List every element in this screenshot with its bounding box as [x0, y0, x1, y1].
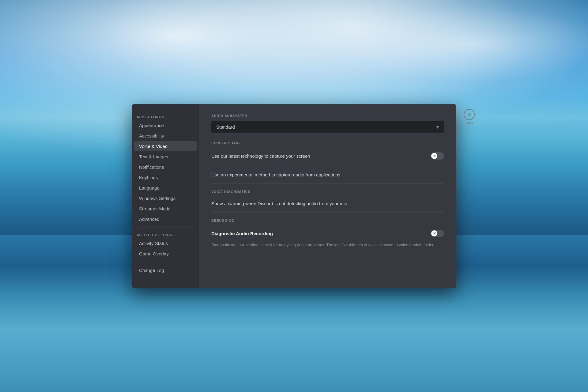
sidebar-item-windows-settings[interactable]: Windows Settings [134, 193, 197, 203]
sidebar-item-text-images[interactable]: Text & Images [134, 152, 197, 162]
sidebar: APP SETTINGS Appearance Accessibility Vo… [132, 104, 199, 288]
app-settings-label: APP SETTINGS [132, 113, 199, 120]
audio-subsystem-header: AUDIO SUBSYSTEM [211, 114, 444, 118]
sidebar-item-voice-video[interactable]: Voice & Video [134, 141, 197, 151]
divider-2 [211, 183, 444, 184]
screen-share-latest-tech-label: Use our latest technology to capture you… [211, 153, 426, 159]
diagnostic-audio-text-block: Diagnostic Audio Recording [211, 231, 426, 236]
voice-diagnostics-warning-label: Show a warning when Discord is not detec… [211, 201, 444, 206]
diagnostic-audio-description: Diagnostic audio recording is used for a… [211, 242, 444, 248]
sidebar-divider-2 [137, 262, 194, 262]
screen-share-experimental-audio-label: Use an experimental method to capture au… [211, 172, 444, 177]
diagnostic-audio-toggle[interactable]: ✕ [431, 230, 444, 237]
diagnostic-toggle-track: ✕ [431, 230, 444, 237]
diagnostic-toggle-x-icon: ✕ [433, 232, 436, 236]
sidebar-item-accessibility[interactable]: Accessibility [134, 131, 197, 141]
audio-subsystem-dropdown-container: Standard Legacy Experimental ▼ [211, 121, 444, 133]
sidebar-item-keybinds[interactable]: Keybinds [134, 172, 197, 183]
screen-share-experimental-audio-row: Use an experimental method to capture au… [211, 168, 444, 181]
sidebar-divider-1 [137, 227, 194, 228]
voice-diagnostics-header: VOICE DIAGNOSTICS [211, 190, 444, 194]
screen-share-latest-tech-toggle[interactable]: ✕ [431, 152, 444, 160]
sidebar-item-advanced[interactable]: Advanced [134, 214, 197, 224]
toggle-knob: ✕ [431, 153, 437, 159]
debugging-header: DEBUGGING [211, 219, 444, 222]
close-button[interactable]: ✕ [464, 109, 475, 120]
sidebar-item-language[interactable]: Language [134, 183, 197, 193]
divider-3 [211, 212, 444, 213]
activity-settings-label: ACTIVITY SETTINGS [132, 231, 199, 238]
settings-overlay: APP SETTINGS Appearance Accessibility Vo… [132, 104, 456, 288]
sidebar-item-game-overlay[interactable]: Game Overlay [134, 249, 197, 259]
main-content: AUDIO SUBSYSTEM Standard Legacy Experime… [199, 104, 456, 288]
sidebar-item-streamer-mode[interactable]: Streamer Mode [134, 204, 197, 214]
sidebar-item-change-log[interactable]: Change Log [134, 265, 197, 275]
diagnostic-audio-row: Diagnostic Audio Recording ✕ [211, 226, 444, 241]
diagnostic-audio-label: Diagnostic Audio Recording [211, 231, 426, 236]
settings-window: APP SETTINGS Appearance Accessibility Vo… [132, 104, 456, 288]
screen-share-latest-tech-row: Use our latest technology to capture you… [211, 149, 444, 163]
sidebar-item-activity-status[interactable]: Activity Status [134, 238, 197, 248]
diagnostic-toggle-knob: ✕ [431, 230, 437, 236]
voice-diagnostics-warning-row: Show a warning when Discord is not detec… [211, 197, 444, 210]
divider-1 [211, 166, 444, 166]
sidebar-item-notifications[interactable]: Notifications [134, 162, 197, 172]
sidebar-item-appearance[interactable]: Appearance [134, 120, 197, 130]
toggle-track: ✕ [431, 152, 444, 160]
close-button-container: ✕ ESC [464, 109, 475, 125]
screen-share-header: SCREEN SHARE [211, 141, 444, 145]
esc-label: ESC [466, 121, 473, 125]
audio-subsystem-dropdown[interactable]: Standard Legacy Experimental [211, 121, 444, 133]
toggle-x-icon: ✕ [433, 154, 436, 158]
